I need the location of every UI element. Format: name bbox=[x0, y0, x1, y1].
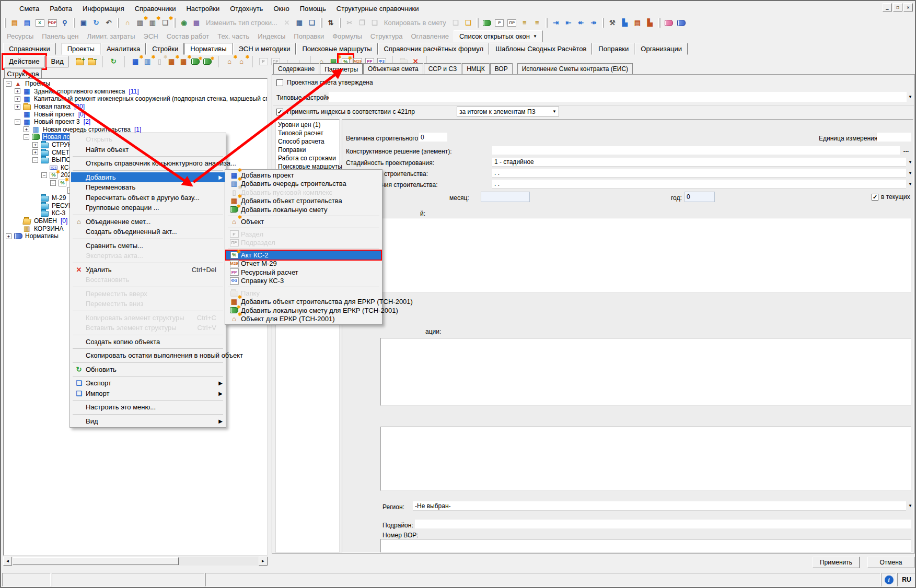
collapse-icon[interactable]: − bbox=[24, 134, 29, 140]
add-submenu-item-Добавить локальную смету для ЕРКР (ТСН-2001)[interactable]: Добавить локальную смету для ЕРКР (ТСН-2… bbox=[226, 306, 381, 315]
context-menu-item-Найти объект[interactable]: Найти объект bbox=[71, 145, 225, 155]
section-item-Типовой расчет[interactable]: Типовой расчет bbox=[275, 129, 339, 137]
menu-Смета[interactable]: Смета bbox=[15, 3, 44, 14]
expand-icon[interactable]: + bbox=[15, 104, 20, 110]
module-tab-ЭСН и методики[interactable]: ЭСН и методики bbox=[233, 43, 296, 55]
action-folder-minus-button[interactable]: − bbox=[86, 56, 98, 67]
expand-icon[interactable]: + bbox=[32, 149, 38, 155]
restore-button[interactable]: ❐ bbox=[893, 3, 902, 11]
outdent-left-toolbar-button[interactable]: ↞ bbox=[575, 17, 587, 29]
close-x-toolbar-button[interactable]: ✕ bbox=[281, 17, 293, 29]
collapse-icon[interactable]: − bbox=[32, 157, 38, 163]
date-end-dropdown-icon[interactable]: ▼ bbox=[908, 182, 912, 186]
pdf-toolbar-button[interactable]: PDF bbox=[46, 17, 59, 29]
comment-gear-toolbar-button[interactable]: ❏ bbox=[159, 17, 171, 29]
paste-special-toolbar-button[interactable]: ❑ bbox=[449, 17, 462, 29]
menu-Окно[interactable]: Окно bbox=[269, 3, 294, 14]
context-menu-item-Групповые операции ...[interactable]: Групповые операции ... bbox=[71, 203, 225, 213]
add-submenu-item-Добавить объект строительства для ЕРКР (ТСН-2001)[interactable]: ▦Добавить объект строительства для ЕРКР … bbox=[226, 298, 381, 307]
truck-bricks-toolbar-button[interactable]: ▙ bbox=[644, 17, 656, 29]
unlock-toolbar-button[interactable]: ∩ bbox=[121, 17, 134, 29]
indent-left-toolbar-button[interactable]: ⇤ bbox=[562, 17, 575, 29]
refresh-blue-toolbar-button[interactable]: ↻ bbox=[90, 17, 102, 29]
row-edit-toolbar-button[interactable]: ≡ bbox=[518, 17, 531, 29]
add-submenu-item-Акт КС-2[interactable]: %Акт КС-2 bbox=[226, 251, 381, 260]
undo-toolbar-button[interactable]: ↶ bbox=[102, 17, 115, 29]
apply-button[interactable]: Применить bbox=[813, 557, 860, 568]
context-menu-item-Удалить[interactable]: ✕УдалитьCtrl+Del bbox=[71, 265, 225, 275]
module-tab-Нормативы[interactable]: Нормативы bbox=[184, 43, 232, 55]
status-info-cell[interactable]: i bbox=[882, 573, 896, 586]
apply-indices-checkbox[interactable]: ✓ bbox=[276, 109, 283, 115]
panel-button-Состав работ[interactable]: Состав работ bbox=[163, 31, 213, 41]
context-menu-item-Настроить это меню...[interactable]: Настроить это меню... bbox=[71, 402, 225, 413]
date-start-combo[interactable]: . . bbox=[492, 169, 906, 178]
menu-Помощь[interactable]: Помощь bbox=[295, 3, 331, 14]
outdent-right-toolbar-button[interactable]: ↠ bbox=[587, 17, 600, 29]
region-combo[interactable]: -Не выбран- bbox=[413, 501, 906, 511]
tree-item[interactable]: −▲Проекты bbox=[4, 80, 267, 88]
collapse-icon[interactable]: − bbox=[41, 172, 47, 178]
year-input[interactable] bbox=[685, 192, 715, 202]
typical-settings-dropdown-icon[interactable]: ▼ bbox=[908, 95, 912, 99]
book-gear-toolbar-button[interactable] bbox=[481, 17, 493, 29]
vor-number-textarea[interactable] bbox=[380, 539, 911, 552]
truck-toolbar-button[interactable]: ▙ bbox=[619, 17, 631, 29]
module-tab-Стройки[interactable]: Стройки bbox=[146, 43, 184, 55]
menu-Настройки[interactable]: Настройки bbox=[181, 3, 224, 14]
tree-item[interactable]: +Новая папка[30] bbox=[4, 103, 267, 111]
menu-Информация[interactable]: Информация bbox=[78, 3, 129, 14]
sort-updown-toolbar-button[interactable]: ⇅ bbox=[324, 17, 337, 29]
add-submenu-item-Объект для ЕРКР (ТСН-2001)[interactable]: ⌂Объект для ЕРКР (ТСН-2001) bbox=[226, 315, 381, 324]
action-add-object-button[interactable]: ▦ bbox=[166, 56, 178, 67]
context-menu-item-Сравнить сметы...[interactable]: Сравнить сметы... bbox=[71, 241, 225, 251]
scroll-left-icon[interactable]: ◄ bbox=[3, 557, 12, 566]
collapse-icon[interactable]: − bbox=[50, 180, 56, 186]
cut-toolbar-button[interactable]: ✂ bbox=[343, 17, 356, 29]
add-submenu-item-Отчет М-29[interactable]: М29Отчет М-29 bbox=[226, 260, 381, 268]
region-dropdown-icon[interactable]: ▼ bbox=[908, 503, 912, 508]
collapse-icon[interactable]: − bbox=[15, 119, 20, 125]
menu-Справочники[interactable]: Справочники bbox=[130, 3, 181, 14]
module-tab-Организации[interactable]: Организации bbox=[635, 43, 688, 55]
add-submenu-item-Добавить локальную смету[interactable]: Добавить локальную смету bbox=[226, 205, 381, 214]
panel-button-Структура[interactable]: Структура bbox=[367, 31, 407, 41]
action-add-queue-button[interactable]: ▥ bbox=[142, 56, 154, 67]
tab-Содержание[interactable]: Содержание bbox=[273, 63, 319, 74]
panel-button-Оглавление[interactable]: Оглавление bbox=[408, 31, 453, 41]
minimize-button[interactable]: _ bbox=[883, 3, 892, 11]
context-menu-item-Скопировать остатки выполнения в новый объект[interactable]: Скопировать остатки выполнения в новый о… bbox=[71, 350, 225, 361]
cancel-button[interactable]: Отмена bbox=[867, 557, 914, 568]
tab-Параметры[interactable]: Параметры bbox=[320, 63, 363, 75]
tab-Объектная смета[interactable]: Объектная смета bbox=[363, 63, 423, 74]
notes-textarea-3[interactable] bbox=[380, 427, 911, 491]
bricks-toolbar-button[interactable]: ▤ bbox=[631, 17, 644, 29]
globe-transfer-toolbar-button[interactable]: ◉ bbox=[178, 17, 190, 29]
add-submenu-item-Добавить очередь строительства[interactable]: ▥Добавить очередь строительства bbox=[226, 180, 381, 189]
tab-ВОР[interactable]: ВОР bbox=[490, 63, 513, 74]
context-menu-item-Переименовать[interactable]: Переименовать bbox=[71, 182, 225, 193]
action-refresh-green-button[interactable]: ↻ bbox=[108, 56, 120, 67]
panel-button-Поправки[interactable]: Поправки bbox=[290, 31, 328, 41]
scrollbar-thumb[interactable] bbox=[13, 557, 179, 565]
volume-input[interactable] bbox=[419, 133, 447, 142]
tree-item[interactable]: +▦Капитальный ремонт инженерных сооружен… bbox=[4, 95, 267, 103]
add-submenu-item-Добавить объект строительства[interactable]: ▦Добавить объект строительства bbox=[226, 197, 381, 206]
unit-input[interactable] bbox=[877, 133, 911, 142]
context-menu-item-Создать копию объекта[interactable]: Создать копию объекта bbox=[71, 337, 225, 347]
action-add-smeta-button[interactable] bbox=[190, 56, 202, 67]
menu-Работа[interactable]: Работа bbox=[45, 3, 77, 14]
panel-button-ЭСН[interactable]: ЭСН bbox=[140, 31, 162, 41]
add-submenu-item-Ресурсный расчет[interactable]: РРРесурсный расчет bbox=[226, 268, 381, 277]
hammer-toolbar-button[interactable]: ⚒ bbox=[606, 17, 619, 29]
module-tab-Проекты[interactable]: Проекты bbox=[62, 43, 100, 55]
search-toolbar-button[interactable]: ⚲ bbox=[59, 17, 71, 29]
view-button[interactable]: Вид bbox=[47, 56, 68, 67]
save-toolbar-button[interactable]: ▣ bbox=[77, 17, 90, 29]
section-item-Уровни цен (1)[interactable]: Уровни цен (1) bbox=[275, 121, 339, 129]
module-tab-Справочники[interactable]: Справочники bbox=[3, 43, 56, 55]
module-tab-Справочник расчётных формул[interactable]: Справочник расчётных формул bbox=[378, 43, 490, 55]
copy-toolbar-button[interactable]: ❐ bbox=[356, 17, 368, 29]
tree-structure-toolbar-button[interactable]: ▤ bbox=[8, 17, 21, 29]
panel-button-Панель цен[interactable]: Панель цен bbox=[38, 31, 82, 41]
